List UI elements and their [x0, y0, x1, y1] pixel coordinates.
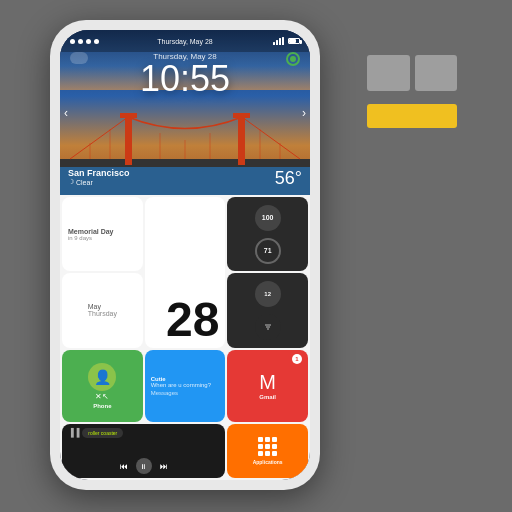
- grid-dot-7: [258, 451, 263, 456]
- widgets-grid: Memorial Day in 9 days 28 100 71 May Thu…: [60, 195, 310, 480]
- status-icon-3: [86, 39, 91, 44]
- music-top-bar: ▐▐ roller coaster: [68, 428, 219, 438]
- song-pill: roller coaster: [82, 428, 123, 438]
- widget-month-day[interactable]: May Thursday: [62, 273, 143, 347]
- widget-memorial[interactable]: Memorial Day in 9 days: [62, 197, 143, 271]
- weather-overlay: San Francisco ☽ Clear: [68, 168, 130, 186]
- svg-rect-0: [273, 42, 275, 45]
- logo-block-1: [415, 55, 458, 91]
- logo-block-3: [367, 55, 410, 91]
- status-right-icons: [273, 37, 300, 45]
- app-logo: [367, 55, 457, 145]
- memorial-label: Memorial Day: [68, 228, 114, 235]
- circle-btn-71[interactable]: 71: [255, 238, 281, 264]
- weather-condition: ☽ Clear: [68, 178, 130, 186]
- moon-icon: ☽: [68, 178, 74, 186]
- widget-phone[interactable]: 👤 ✕↖ Phone: [62, 350, 143, 422]
- memorial-sub: in 9 days: [68, 235, 92, 241]
- status-ring: [286, 52, 300, 66]
- phone-screen: Thursday, May 28: [60, 30, 310, 480]
- svg-rect-5: [60, 159, 310, 167]
- missed-call-icon: ✕↖: [95, 392, 109, 401]
- status-bar: Thursday, May 28: [60, 30, 310, 52]
- gmail-badge: 1: [292, 354, 302, 364]
- day-label: Thursday: [88, 310, 117, 317]
- song-name: roller coaster: [88, 430, 117, 436]
- equalizer-icon: ▐▐: [68, 428, 79, 437]
- battery-icon: [288, 38, 300, 44]
- grid-dot-9: [272, 451, 277, 456]
- phone-frame: Thursday, May 28: [50, 20, 320, 490]
- next-button[interactable]: ⏭: [160, 462, 168, 471]
- apps-grid-icon: [258, 437, 277, 456]
- status-icon-2: [78, 39, 83, 44]
- play-pause-button[interactable]: ⏸: [136, 458, 152, 474]
- widget-applications[interactable]: Applications: [227, 424, 308, 478]
- status-date: Thursday, May 28: [157, 38, 213, 45]
- grid-dot-5: [265, 444, 270, 449]
- condition-label: Clear: [76, 179, 93, 186]
- filter-btn[interactable]: [255, 314, 281, 340]
- month-label: May: [88, 303, 117, 310]
- widget-gmail[interactable]: 1 M Gmail: [227, 350, 308, 422]
- grid-dot-4: [258, 444, 263, 449]
- widget-messages[interactable]: Cutie When are u comming? Messages: [145, 350, 226, 422]
- circle-btn-12[interactable]: 12: [255, 281, 281, 307]
- music-controls: ⏮ ⏸ ⏭: [68, 458, 219, 474]
- hero-nav-right[interactable]: ›: [302, 106, 306, 120]
- contact-avatar: 👤: [88, 363, 116, 391]
- widget-date-number[interactable]: 28: [145, 197, 226, 348]
- messages-widget-label: Messages: [151, 390, 178, 396]
- widget-music[interactable]: ▐▐ roller coaster ⏮ ⏸ ⏭: [62, 424, 225, 478]
- svg-rect-3: [282, 37, 284, 45]
- hero-nav-left[interactable]: ‹: [64, 106, 68, 120]
- svg-rect-8: [238, 115, 245, 165]
- phone-widget-label: Phone: [93, 403, 111, 409]
- gmail-widget-label: Gmail: [259, 394, 276, 400]
- status-icon-4: [94, 39, 99, 44]
- widget-circles-2[interactable]: 12: [227, 273, 308, 347]
- grid-dot-2: [265, 437, 270, 442]
- svg-rect-2: [279, 38, 281, 45]
- gmail-icon: M: [259, 372, 276, 392]
- status-icon-1: [70, 39, 75, 44]
- logo-block-yellow: [367, 104, 457, 128]
- weather-temp: 56°: [275, 168, 302, 189]
- filter-icon: [263, 322, 273, 332]
- avatar-emoji: 👤: [94, 369, 111, 385]
- grid-dot-1: [258, 437, 263, 442]
- svg-rect-1: [276, 40, 278, 45]
- grid-dot-8: [265, 451, 270, 456]
- pill-indicator: [70, 52, 88, 64]
- screen: Thursday, May 28: [0, 0, 512, 512]
- apps-widget-label: Applications: [253, 459, 283, 465]
- circle-btn-100[interactable]: 100: [255, 205, 281, 231]
- status-left-icons: [70, 39, 99, 44]
- grid-dot-3: [272, 437, 277, 442]
- weather-city: San Francisco: [68, 168, 130, 178]
- grid-dot-6: [272, 444, 277, 449]
- svg-rect-6: [125, 115, 132, 165]
- widget-circles-1[interactable]: 100 71: [227, 197, 308, 271]
- date-number: 28: [166, 296, 219, 344]
- signal-icon: [273, 37, 285, 45]
- message-text: When are u comming?: [151, 382, 211, 388]
- prev-button[interactable]: ⏮: [120, 462, 128, 471]
